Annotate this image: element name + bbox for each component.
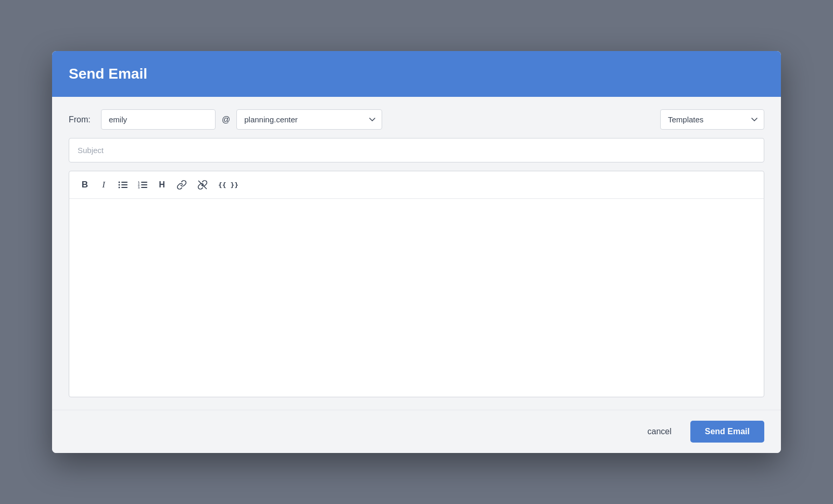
- templates-select[interactable]: Templates No Templates: [660, 109, 764, 130]
- ordered-list-button[interactable]: 1. 2. 3.: [134, 178, 152, 192]
- from-input[interactable]: [101, 109, 216, 130]
- svg-point-0: [119, 182, 120, 183]
- svg-point-4: [119, 187, 120, 188]
- send-email-modal: Send Email From: @ planning.center pcoma…: [52, 51, 781, 453]
- bold-button[interactable]: B: [77, 177, 93, 193]
- svg-rect-7: [141, 182, 147, 183]
- svg-point-2: [119, 184, 120, 186]
- subject-input[interactable]: [69, 138, 764, 162]
- svg-rect-5: [121, 187, 128, 188]
- unlink-icon: [197, 180, 208, 190]
- unordered-list-button[interactable]: [114, 178, 132, 192]
- domain-select[interactable]: planning.center pcomail.com: [236, 109, 382, 130]
- heading-button[interactable]: H: [154, 177, 170, 193]
- modal-title: Send Email: [69, 66, 764, 82]
- modal-body: From: @ planning.center pcomail.com Temp…: [52, 97, 781, 410]
- editor-toolbar: B I: [69, 171, 764, 199]
- ol-icon: 1. 2. 3.: [138, 181, 147, 188]
- ul-icon: [118, 181, 128, 188]
- from-row: From: @ planning.center pcomail.com Temp…: [69, 109, 764, 130]
- at-symbol: @: [222, 115, 230, 124]
- modal-header: Send Email: [52, 51, 781, 97]
- templates-wrapper: Templates No Templates: [660, 109, 764, 130]
- email-editor: B I: [69, 171, 764, 397]
- svg-rect-9: [141, 184, 147, 185]
- modal-footer: cancel Send Email: [52, 410, 781, 453]
- svg-text:3.: 3.: [138, 186, 141, 188]
- italic-button[interactable]: I: [95, 177, 112, 193]
- svg-rect-11: [141, 187, 147, 188]
- from-label: From:: [69, 115, 95, 124]
- cancel-button[interactable]: cancel: [639, 422, 680, 442]
- link-button[interactable]: [172, 177, 191, 193]
- svg-rect-3: [121, 184, 128, 185]
- link-icon: [176, 180, 187, 190]
- unlink-button[interactable]: [193, 177, 212, 193]
- svg-rect-1: [121, 182, 128, 183]
- merge-tag-icon: {{ }}: [218, 181, 238, 189]
- send-email-button[interactable]: Send Email: [690, 421, 764, 443]
- merge-tag-button[interactable]: {{ }}: [214, 178, 243, 192]
- editor-content-area[interactable]: [69, 199, 764, 397]
